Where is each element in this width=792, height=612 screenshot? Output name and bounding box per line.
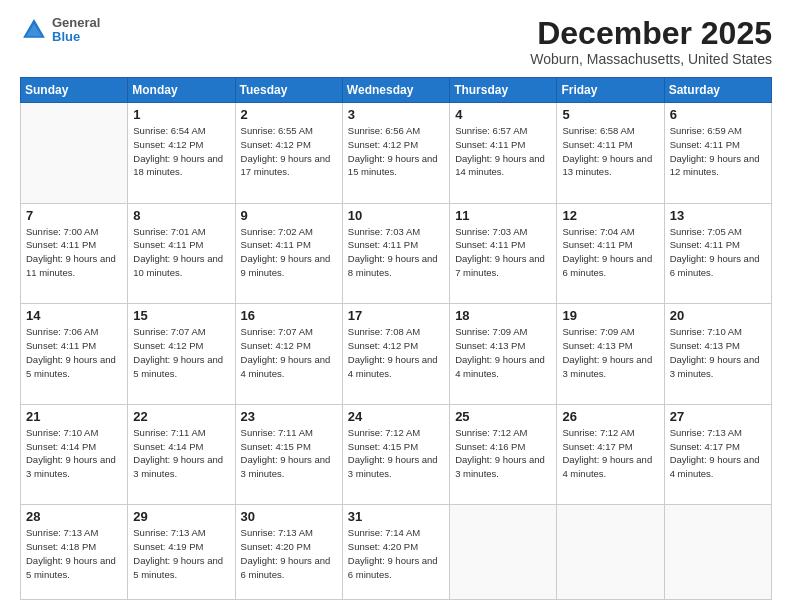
day-number: 26 bbox=[562, 409, 658, 424]
calendar-cell bbox=[664, 505, 771, 600]
logo-blue: Blue bbox=[52, 30, 100, 44]
day-number: 28 bbox=[26, 509, 122, 524]
calendar-cell bbox=[450, 505, 557, 600]
calendar-cell: 29Sunrise: 7:13 AM Sunset: 4:19 PM Dayli… bbox=[128, 505, 235, 600]
day-info: Sunrise: 7:12 AM Sunset: 4:15 PM Dayligh… bbox=[348, 426, 444, 481]
calendar-day-header: Tuesday bbox=[235, 78, 342, 103]
calendar-week-row: 7Sunrise: 7:00 AM Sunset: 4:11 PM Daylig… bbox=[21, 203, 772, 304]
calendar-cell: 25Sunrise: 7:12 AM Sunset: 4:16 PM Dayli… bbox=[450, 404, 557, 505]
day-number: 18 bbox=[455, 308, 551, 323]
calendar-week-row: 21Sunrise: 7:10 AM Sunset: 4:14 PM Dayli… bbox=[21, 404, 772, 505]
calendar-cell: 3Sunrise: 6:56 AM Sunset: 4:12 PM Daylig… bbox=[342, 103, 449, 204]
calendar-cell: 23Sunrise: 7:11 AM Sunset: 4:15 PM Dayli… bbox=[235, 404, 342, 505]
day-number: 6 bbox=[670, 107, 766, 122]
calendar-cell: 1Sunrise: 6:54 AM Sunset: 4:12 PM Daylig… bbox=[128, 103, 235, 204]
day-number: 1 bbox=[133, 107, 229, 122]
day-number: 23 bbox=[241, 409, 337, 424]
day-number: 2 bbox=[241, 107, 337, 122]
calendar-cell: 8Sunrise: 7:01 AM Sunset: 4:11 PM Daylig… bbox=[128, 203, 235, 304]
day-number: 5 bbox=[562, 107, 658, 122]
day-info: Sunrise: 7:13 AM Sunset: 4:17 PM Dayligh… bbox=[670, 426, 766, 481]
calendar-day-header: Wednesday bbox=[342, 78, 449, 103]
calendar-cell: 17Sunrise: 7:08 AM Sunset: 4:12 PM Dayli… bbox=[342, 304, 449, 405]
day-info: Sunrise: 7:07 AM Sunset: 4:12 PM Dayligh… bbox=[133, 325, 229, 380]
calendar-cell: 6Sunrise: 6:59 AM Sunset: 4:11 PM Daylig… bbox=[664, 103, 771, 204]
day-number: 21 bbox=[26, 409, 122, 424]
day-number: 12 bbox=[562, 208, 658, 223]
day-number: 10 bbox=[348, 208, 444, 223]
calendar-cell: 21Sunrise: 7:10 AM Sunset: 4:14 PM Dayli… bbox=[21, 404, 128, 505]
day-info: Sunrise: 6:56 AM Sunset: 4:12 PM Dayligh… bbox=[348, 124, 444, 179]
day-info: Sunrise: 7:02 AM Sunset: 4:11 PM Dayligh… bbox=[241, 225, 337, 280]
calendar-cell: 24Sunrise: 7:12 AM Sunset: 4:15 PM Dayli… bbox=[342, 404, 449, 505]
day-number: 25 bbox=[455, 409, 551, 424]
day-number: 17 bbox=[348, 308, 444, 323]
calendar-week-row: 28Sunrise: 7:13 AM Sunset: 4:18 PM Dayli… bbox=[21, 505, 772, 600]
calendar-header-row: SundayMondayTuesdayWednesdayThursdayFrid… bbox=[21, 78, 772, 103]
calendar-cell: 28Sunrise: 7:13 AM Sunset: 4:18 PM Dayli… bbox=[21, 505, 128, 600]
logo: General Blue bbox=[20, 16, 100, 45]
calendar-cell: 30Sunrise: 7:13 AM Sunset: 4:20 PM Dayli… bbox=[235, 505, 342, 600]
day-info: Sunrise: 7:13 AM Sunset: 4:20 PM Dayligh… bbox=[241, 526, 337, 581]
calendar-cell: 7Sunrise: 7:00 AM Sunset: 4:11 PM Daylig… bbox=[21, 203, 128, 304]
day-number: 9 bbox=[241, 208, 337, 223]
day-number: 15 bbox=[133, 308, 229, 323]
calendar-cell: 9Sunrise: 7:02 AM Sunset: 4:11 PM Daylig… bbox=[235, 203, 342, 304]
calendar-cell: 19Sunrise: 7:09 AM Sunset: 4:13 PM Dayli… bbox=[557, 304, 664, 405]
day-info: Sunrise: 7:14 AM Sunset: 4:20 PM Dayligh… bbox=[348, 526, 444, 581]
day-number: 4 bbox=[455, 107, 551, 122]
calendar-cell: 12Sunrise: 7:04 AM Sunset: 4:11 PM Dayli… bbox=[557, 203, 664, 304]
day-number: 8 bbox=[133, 208, 229, 223]
header: General Blue December 2025 Woburn, Massa… bbox=[20, 16, 772, 67]
calendar-cell: 14Sunrise: 7:06 AM Sunset: 4:11 PM Dayli… bbox=[21, 304, 128, 405]
calendar-cell: 2Sunrise: 6:55 AM Sunset: 4:12 PM Daylig… bbox=[235, 103, 342, 204]
calendar-cell: 20Sunrise: 7:10 AM Sunset: 4:13 PM Dayli… bbox=[664, 304, 771, 405]
calendar-day-header: Friday bbox=[557, 78, 664, 103]
calendar-cell: 27Sunrise: 7:13 AM Sunset: 4:17 PM Dayli… bbox=[664, 404, 771, 505]
calendar-cell: 5Sunrise: 6:58 AM Sunset: 4:11 PM Daylig… bbox=[557, 103, 664, 204]
day-info: Sunrise: 7:07 AM Sunset: 4:12 PM Dayligh… bbox=[241, 325, 337, 380]
day-info: Sunrise: 7:04 AM Sunset: 4:11 PM Dayligh… bbox=[562, 225, 658, 280]
day-number: 3 bbox=[348, 107, 444, 122]
day-info: Sunrise: 6:59 AM Sunset: 4:11 PM Dayligh… bbox=[670, 124, 766, 179]
page: General Blue December 2025 Woburn, Massa… bbox=[0, 0, 792, 612]
day-info: Sunrise: 6:57 AM Sunset: 4:11 PM Dayligh… bbox=[455, 124, 551, 179]
calendar-week-row: 14Sunrise: 7:06 AM Sunset: 4:11 PM Dayli… bbox=[21, 304, 772, 405]
day-info: Sunrise: 7:10 AM Sunset: 4:14 PM Dayligh… bbox=[26, 426, 122, 481]
location: Woburn, Massachusetts, United States bbox=[530, 51, 772, 67]
day-info: Sunrise: 7:12 AM Sunset: 4:17 PM Dayligh… bbox=[562, 426, 658, 481]
calendar-table: SundayMondayTuesdayWednesdayThursdayFrid… bbox=[20, 77, 772, 600]
day-number: 22 bbox=[133, 409, 229, 424]
day-number: 31 bbox=[348, 509, 444, 524]
calendar-week-row: 1Sunrise: 6:54 AM Sunset: 4:12 PM Daylig… bbox=[21, 103, 772, 204]
logo-icon bbox=[20, 16, 48, 44]
calendar-cell: 31Sunrise: 7:14 AM Sunset: 4:20 PM Dayli… bbox=[342, 505, 449, 600]
calendar-cell: 13Sunrise: 7:05 AM Sunset: 4:11 PM Dayli… bbox=[664, 203, 771, 304]
day-number: 11 bbox=[455, 208, 551, 223]
day-number: 20 bbox=[670, 308, 766, 323]
day-info: Sunrise: 7:09 AM Sunset: 4:13 PM Dayligh… bbox=[455, 325, 551, 380]
day-number: 30 bbox=[241, 509, 337, 524]
day-info: Sunrise: 7:05 AM Sunset: 4:11 PM Dayligh… bbox=[670, 225, 766, 280]
day-info: Sunrise: 7:03 AM Sunset: 4:11 PM Dayligh… bbox=[455, 225, 551, 280]
day-info: Sunrise: 7:13 AM Sunset: 4:19 PM Dayligh… bbox=[133, 526, 229, 581]
day-number: 29 bbox=[133, 509, 229, 524]
calendar-cell: 26Sunrise: 7:12 AM Sunset: 4:17 PM Dayli… bbox=[557, 404, 664, 505]
day-info: Sunrise: 7:01 AM Sunset: 4:11 PM Dayligh… bbox=[133, 225, 229, 280]
day-number: 7 bbox=[26, 208, 122, 223]
calendar-day-header: Monday bbox=[128, 78, 235, 103]
day-info: Sunrise: 6:54 AM Sunset: 4:12 PM Dayligh… bbox=[133, 124, 229, 179]
calendar-day-header: Thursday bbox=[450, 78, 557, 103]
calendar-cell: 15Sunrise: 7:07 AM Sunset: 4:12 PM Dayli… bbox=[128, 304, 235, 405]
day-info: Sunrise: 7:06 AM Sunset: 4:11 PM Dayligh… bbox=[26, 325, 122, 380]
logo-general: General bbox=[52, 16, 100, 30]
calendar-day-header: Saturday bbox=[664, 78, 771, 103]
day-info: Sunrise: 7:00 AM Sunset: 4:11 PM Dayligh… bbox=[26, 225, 122, 280]
day-info: Sunrise: 7:11 AM Sunset: 4:15 PM Dayligh… bbox=[241, 426, 337, 481]
day-info: Sunrise: 6:58 AM Sunset: 4:11 PM Dayligh… bbox=[562, 124, 658, 179]
calendar-cell: 10Sunrise: 7:03 AM Sunset: 4:11 PM Dayli… bbox=[342, 203, 449, 304]
calendar-cell bbox=[557, 505, 664, 600]
day-info: Sunrise: 6:55 AM Sunset: 4:12 PM Dayligh… bbox=[241, 124, 337, 179]
day-info: Sunrise: 7:10 AM Sunset: 4:13 PM Dayligh… bbox=[670, 325, 766, 380]
calendar-cell: 22Sunrise: 7:11 AM Sunset: 4:14 PM Dayli… bbox=[128, 404, 235, 505]
